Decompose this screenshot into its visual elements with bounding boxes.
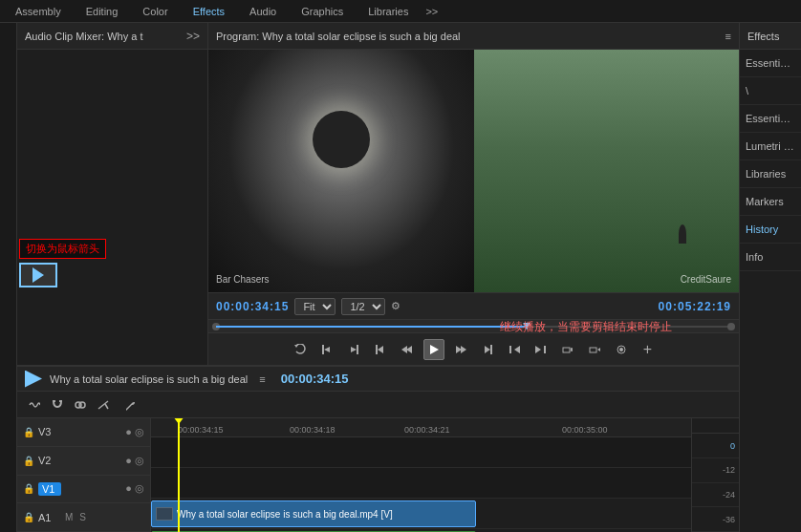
tab-effects[interactable]: Effects [182,0,236,22]
v2-track[interactable] [151,468,691,499]
v1-track-icons: ● ◎ [125,482,144,495]
v2-eye-icon[interactable]: ● [125,455,132,467]
tab-editing[interactable]: Editing [75,0,130,22]
audio-mixer-header: Audio Clip Mixer: Why a t >> [17,23,207,50]
svg-marker-2 [324,347,330,352]
a1-s-label: S [79,512,86,522]
svg-marker-16 [535,346,541,353]
svg-rect-24 [59,400,62,402]
export-frame-button[interactable] [611,339,632,360]
tab-libraries[interactable]: Libraries [357,0,420,22]
v1-visibility-icon[interactable]: ◎ [135,482,144,495]
timeline-play-icon[interactable] [25,371,42,388]
svg-rect-3 [357,345,358,354]
ruler-mark-4: 00:00:35:00 [562,425,608,435]
v1-name: V1 [38,482,61,496]
clip-thumbnail-icon [156,507,173,521]
step-back-button[interactable] [397,339,418,360]
svg-marker-20 [597,348,600,351]
v3-name: V3 [38,426,61,437]
tab-audio[interactable]: Audio [238,0,288,22]
tab-graphics[interactable]: Graphics [290,0,355,22]
tl-magnet-btn[interactable] [48,395,67,415]
fit-select[interactable]: Fit [294,298,336,315]
outdoor-scene [474,50,740,292]
v3-lock-icon[interactable]: 🔒 [23,427,34,437]
playback-annotation: 继续播放，当需要剪辑结束时停止 [500,318,672,334]
add-marker-button[interactable]: + [638,339,659,360]
ruler-neg24: -24 [692,483,739,508]
eclipse-circle [313,111,370,168]
svg-marker-11 [461,346,466,353]
timeline-ruler: 00:00:34:15 00:00:34:18 00:00:34:21 00:0… [151,418,691,437]
tab-assembly[interactable]: Assembly [4,0,73,22]
overwrite-button[interactable] [584,339,605,360]
tl-ripple-btn[interactable] [25,395,44,415]
v2-lock-icon[interactable]: 🔒 [23,456,34,466]
svg-marker-8 [401,346,407,353]
mark-in-button[interactable] [316,339,337,360]
v2-visibility-icon[interactable]: ◎ [135,455,144,467]
shuttle-left-button[interactable] [504,339,525,360]
v3-visibility-icon[interactable]: ◎ [135,426,144,438]
a1-name: A1 [38,512,61,523]
video-canvas: Bar Chasers CreditSaure [208,50,739,292]
goto-in-button[interactable] [370,339,391,360]
svg-point-26 [79,402,85,408]
effects-label: Effects [740,23,801,50]
markers-item[interactable]: Markers [740,188,801,216]
mark-out-button[interactable] [343,339,364,360]
loop-button[interactable] [290,339,311,360]
timeline-controls [17,392,739,418]
play-button[interactable] [423,339,444,360]
video-panel-menu-icon[interactable]: ≡ [725,31,731,42]
video-panel-title: Program: Why a total solar eclipse is su… [216,31,461,42]
audio-mixer-expand-icon[interactable]: >> [186,30,200,43]
more-tabs-button[interactable]: >> [422,6,442,17]
video-left-pane: Bar Chasers [208,50,474,292]
v3-eye-icon[interactable]: ● [125,426,132,438]
v1-eye-icon[interactable]: ● [125,482,132,495]
a1-lock-icon[interactable]: 🔒 [23,512,34,522]
timeline-menu-icon[interactable]: ≡ [259,373,265,385]
svg-rect-18 [563,348,570,352]
tl-razor-btn[interactable] [94,395,113,415]
goto-out-button[interactable] [477,339,498,360]
top-nav-bar: Assembly Editing Color Effects Audio Gra… [0,0,801,23]
tl-wrench-btn[interactable] [120,395,140,415]
v1-clip[interactable]: Why a total solar eclipse is such a big … [151,500,476,527]
info-item[interactable]: Info [740,244,801,271]
svg-marker-4 [351,347,357,352]
essential-graphics-item[interactable]: Essential G [740,50,801,77]
step-forward-button[interactable] [450,339,471,360]
v1-lock-icon[interactable]: 🔒 [23,483,34,494]
ruler-mark-2: 00:00:34:18 [290,425,336,435]
tab-color[interactable]: Color [131,0,179,22]
svg-marker-0 [294,345,298,348]
audio-mixer-title: Audio Clip Mixer: Why a t [25,31,142,42]
ruler-neg12: -12 [692,458,739,483]
timeline-current-time: 00:00:34:15 [281,372,349,386]
backslash-item[interactable]: \ [740,77,801,105]
quality-select[interactable]: 1/2 [341,298,385,315]
settings-icon[interactable]: ⚙ [391,300,400,312]
split-screen: Bar Chasers CreditSaure [208,50,739,292]
lumetri-color-item[interactable]: Lumetri Co [740,133,801,160]
total-timecode: 00:05:22:19 [659,300,731,313]
history-item[interactable]: History [740,216,801,244]
tl-linked-btn[interactable] [71,395,90,415]
v2-track-icons: ● ◎ [125,455,144,467]
shuttle-right-button[interactable] [530,339,552,360]
libraries-item[interactable]: Libraries [740,160,801,188]
v1-track[interactable]: Why a total solar eclipse is such a big … [151,499,691,529]
playback-controls: + [208,332,739,365]
essential-sound-item[interactable]: Essential S [740,105,801,133]
insert-button[interactable] [557,339,578,360]
program-monitor-area: Audio Clip Mixer: Why a t >> Program: Wh… [17,23,739,365]
progress-bar[interactable]: 继续播放，当需要剪辑结束时停止 [208,319,739,332]
video-panel-header: Program: Why a total solar eclipse is su… [208,23,739,50]
timeline-area: Why a total solar eclipse is such a big … [17,365,739,532]
track-label-a1: 🔒 A1 M S [17,503,150,532]
ruler-header-space [692,418,739,434]
v3-track[interactable] [151,437,691,468]
